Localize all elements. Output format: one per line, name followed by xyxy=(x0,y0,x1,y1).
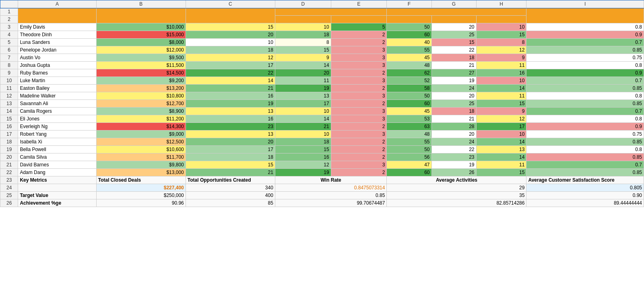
cell-rep-name: Isabella Xi xyxy=(18,138,96,146)
cell-rep-name: Robert Yang xyxy=(18,131,96,138)
cell-emails: 20 xyxy=(431,92,476,100)
cell-target-label: Target Value xyxy=(18,192,96,199)
table-row: 7Austin Vo$9,5001293451890.75 xyxy=(0,54,644,62)
cell-total-deals-value: $227,400 xyxy=(96,184,186,192)
cell-calls: 40 xyxy=(387,39,431,46)
header-calls xyxy=(387,16,431,23)
cell-opportunities-created: 20 xyxy=(186,31,275,39)
table-row: 18Isabella Xi$12,500201825524140.85 xyxy=(0,138,644,146)
cell-csat: 0.75 xyxy=(526,131,644,138)
row-number: 3 xyxy=(0,23,18,31)
cell-meetings: 10 xyxy=(476,77,526,85)
row-number: 18 xyxy=(0,138,18,146)
cell-csat: 0.9 xyxy=(526,31,644,39)
cell-closed-deals: $11,500 xyxy=(96,62,186,69)
table-row: 6Penelope Jordan$12,000181535522120.85 xyxy=(0,46,644,54)
cell-rep-name: Camila Silva xyxy=(18,153,96,161)
row-number: 15 xyxy=(0,115,18,123)
row-number: 7 xyxy=(0,54,18,62)
cell-opportunities-created: 13 xyxy=(186,131,275,138)
cell-avg-csat-value: 0.805 xyxy=(526,184,644,192)
cell-achievement-activities: 82.85714286 xyxy=(387,199,526,207)
cell-emails: 25 xyxy=(431,100,476,108)
cell-avg-csat-label: Average Customer Satisfaction Score xyxy=(526,176,644,184)
cell-key-metrics: Key Metrics xyxy=(18,176,96,184)
cell-meetings: 11 xyxy=(476,62,526,69)
cell-loss: 3 xyxy=(331,131,387,138)
achievement-row: 26 Achievement %ge 90.96 85 99.70674487 … xyxy=(0,199,644,207)
table-row: 16Everleigh Ng$14,300232126328170.9 xyxy=(0,123,644,131)
cell-rep-name: Eli Jones xyxy=(18,115,96,123)
cell-rep-name: Madeline Walker xyxy=(18,92,96,100)
cell-win: 11 xyxy=(275,77,331,85)
cell-opportunities-created: 15 xyxy=(186,23,275,31)
cell-csat: 0.8 xyxy=(526,92,644,100)
cell-opportunities-created: 10 xyxy=(186,39,275,46)
cell-total-closed-deals-label: Total Closed Deals xyxy=(96,176,186,184)
cell-closed-deals: $15,000 xyxy=(96,31,186,39)
cell-closed-deals: $11,200 xyxy=(96,115,186,123)
cell-rep-name: Adam Dang xyxy=(18,169,96,176)
cell-opportunities-created: 17 xyxy=(186,62,275,69)
cell-calls: 50 xyxy=(387,23,431,31)
cell-csat: 0.9 xyxy=(526,123,644,131)
cell-calls: 62 xyxy=(387,69,431,77)
cell-empty-24a xyxy=(18,184,96,192)
cell-win: 15 xyxy=(275,46,331,54)
cell-loss: 3 xyxy=(331,108,387,115)
row-number: 5 xyxy=(0,39,18,46)
cell-win: 15 xyxy=(275,146,331,153)
cell-target-csat: 0.90 xyxy=(526,192,644,199)
table-row: 9Ruby Barnes$14,500222026227160.9 xyxy=(0,69,644,77)
col-letter-i: I xyxy=(526,0,644,8)
cell-csat: 0.9 xyxy=(526,69,644,77)
cell-loss: 2 xyxy=(331,169,387,176)
cell-closed-deals: $10,600 xyxy=(96,146,186,153)
cell-closed-deals: $9,800 xyxy=(96,161,186,169)
cell-opportunities-created: 23 xyxy=(186,123,275,131)
cell-csat: 0.75 xyxy=(526,54,644,62)
header-meetings xyxy=(476,16,526,23)
row-number: 17 xyxy=(0,131,18,138)
table-row: 22Adam Dang$13,000211926026150.85 xyxy=(0,169,644,176)
cell-csat: 0.7 xyxy=(526,77,644,85)
table-row: 19Bella Powell$10,600171525022130.8 xyxy=(0,146,644,153)
cell-emails: 21 xyxy=(431,115,476,123)
cell-emails: 25 xyxy=(431,31,476,39)
cell-opportunities-created: 15 xyxy=(186,161,275,169)
cell-csat: 0.85 xyxy=(526,46,644,54)
cell-emails: 18 xyxy=(431,108,476,115)
table-row: 11Easton Bailey$13,200211925824140.85 xyxy=(0,85,644,92)
cell-win: 18 xyxy=(275,138,331,146)
cell-opportunities-created: 21 xyxy=(186,169,275,176)
cell-calls: 63 xyxy=(387,123,431,131)
cell-rep-name: Emily Davis xyxy=(18,23,96,31)
row-number: 6 xyxy=(0,46,18,54)
cell-win: 16 xyxy=(275,153,331,161)
cell-achievement-winrate: 99.70674487 xyxy=(275,199,387,207)
table-row: 17Robert Yang$9,000131034820100.75 xyxy=(0,131,644,138)
cell-calls: 50 xyxy=(387,146,431,153)
cell-emails: 24 xyxy=(431,85,476,92)
cell-meetings: 9 xyxy=(476,108,526,115)
cell-emails: 19 xyxy=(431,77,476,85)
row-num-2: 2 xyxy=(0,16,18,23)
cell-closed-deals: $10,800 xyxy=(96,92,186,100)
cell-meetings: 14 xyxy=(476,138,526,146)
header-emails xyxy=(431,16,476,23)
header-win xyxy=(275,16,331,23)
cell-meetings: 11 xyxy=(476,161,526,169)
cell-calls: 52 xyxy=(387,77,431,85)
cell-achievement-label: Achievement %ge xyxy=(18,199,96,207)
cell-closed-deals: $12,500 xyxy=(96,138,186,146)
corner-cell xyxy=(0,0,18,8)
cell-win: 13 xyxy=(275,92,331,100)
cell-closed-deals: $13,200 xyxy=(96,85,186,92)
cell-win: 10 xyxy=(275,108,331,115)
cell-csat: 0.8 xyxy=(526,62,644,69)
cell-loss: 3 xyxy=(331,77,387,85)
cell-csat: 0.8 xyxy=(526,115,644,123)
cell-emails: 24 xyxy=(431,138,476,146)
header-activities xyxy=(387,8,526,16)
cell-meetings: 10 xyxy=(476,131,526,138)
